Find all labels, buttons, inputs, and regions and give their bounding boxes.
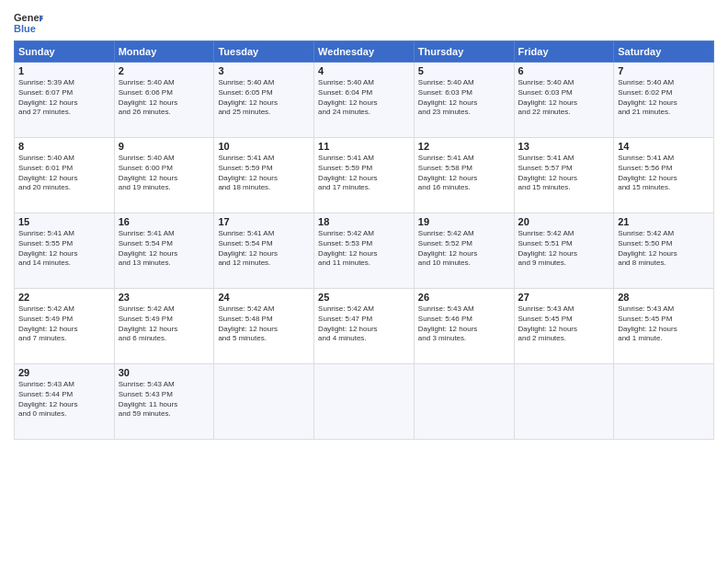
- day-number: 7: [618, 65, 710, 76]
- calendar-cell: 1Sunrise: 5:39 AM Sunset: 6:07 PM Daylig…: [15, 63, 115, 138]
- calendar-cell: 19Sunrise: 5:42 AM Sunset: 5:52 PM Dayli…: [414, 213, 514, 289]
- day-number: 14: [618, 141, 710, 152]
- day-number: 2: [119, 65, 210, 76]
- day-number: 29: [18, 367, 110, 378]
- day-number: 16: [119, 216, 210, 227]
- day-number: 9: [119, 141, 210, 152]
- day-number: 18: [318, 216, 410, 227]
- day-number: 30: [119, 367, 210, 378]
- day-info: Sunrise: 5:40 AM Sunset: 6:02 PM Dayligh…: [618, 78, 710, 118]
- day-number: 3: [218, 65, 310, 76]
- svg-text:General: General: [14, 12, 43, 23]
- header: General Blue: [14, 9, 714, 35]
- day-number: 10: [218, 141, 310, 152]
- day-number: 26: [418, 292, 510, 303]
- day-number: 21: [618, 216, 710, 227]
- calendar-cell: 7Sunrise: 5:40 AM Sunset: 6:02 PM Daylig…: [614, 63, 714, 138]
- day-info: Sunrise: 5:40 AM Sunset: 6:03 PM Dayligh…: [418, 78, 510, 118]
- calendar-cell: 13Sunrise: 5:41 AM Sunset: 5:57 PM Dayli…: [514, 138, 614, 213]
- calendar-cell: 21Sunrise: 5:42 AM Sunset: 5:50 PM Dayli…: [614, 213, 714, 289]
- day-number: 4: [318, 65, 410, 76]
- day-number: 15: [18, 216, 110, 227]
- day-info: Sunrise: 5:41 AM Sunset: 5:58 PM Dayligh…: [418, 154, 510, 193]
- day-info: Sunrise: 5:41 AM Sunset: 5:59 PM Dayligh…: [318, 154, 410, 193]
- calendar-cell: 17Sunrise: 5:41 AM Sunset: 5:54 PM Dayli…: [214, 213, 314, 289]
- calendar-page: General Blue SundayMondayTuesdayWednesda…: [0, 0, 728, 563]
- day-info: Sunrise: 5:43 AM Sunset: 5:45 PM Dayligh…: [518, 304, 610, 344]
- day-info: Sunrise: 5:41 AM Sunset: 5:54 PM Dayligh…: [119, 229, 210, 269]
- day-number: 20: [518, 216, 610, 227]
- day-info: Sunrise: 5:41 AM Sunset: 5:59 PM Dayligh…: [218, 154, 310, 193]
- day-info: Sunrise: 5:39 AM Sunset: 6:07 PM Dayligh…: [18, 78, 110, 118]
- day-info: Sunrise: 5:42 AM Sunset: 5:49 PM Dayligh…: [18, 304, 110, 344]
- day-number: 8: [18, 141, 110, 152]
- calendar-cell: 3Sunrise: 5:40 AM Sunset: 6:05 PM Daylig…: [214, 63, 314, 138]
- calendar-week-5: 29Sunrise: 5:43 AM Sunset: 5:44 PM Dayli…: [15, 364, 714, 440]
- calendar-table: SundayMondayTuesdayWednesdayThursdayFrid…: [14, 40, 714, 440]
- svg-text:Blue: Blue: [14, 23, 36, 34]
- day-info: Sunrise: 5:40 AM Sunset: 6:01 PM Dayligh…: [18, 154, 110, 193]
- calendar-cell: 12Sunrise: 5:41 AM Sunset: 5:58 PM Dayli…: [414, 138, 514, 213]
- day-info: Sunrise: 5:43 AM Sunset: 5:45 PM Dayligh…: [618, 304, 710, 344]
- calendar-week-1: 1Sunrise: 5:39 AM Sunset: 6:07 PM Daylig…: [15, 63, 714, 138]
- calendar-cell: [414, 364, 514, 440]
- calendar-cell: 27Sunrise: 5:43 AM Sunset: 5:45 PM Dayli…: [514, 289, 614, 364]
- calendar-cell: 23Sunrise: 5:42 AM Sunset: 5:49 PM Dayli…: [114, 289, 214, 364]
- day-number: 25: [318, 292, 410, 303]
- day-number: 12: [418, 141, 510, 152]
- calendar-cell: 18Sunrise: 5:42 AM Sunset: 5:53 PM Dayli…: [314, 213, 415, 289]
- col-header-friday: Friday: [514, 41, 614, 63]
- col-header-sunday: Sunday: [15, 41, 115, 63]
- day-info: Sunrise: 5:40 AM Sunset: 6:04 PM Dayligh…: [318, 78, 410, 118]
- calendar-cell: 10Sunrise: 5:41 AM Sunset: 5:59 PM Dayli…: [214, 138, 314, 213]
- day-info: Sunrise: 5:43 AM Sunset: 5:44 PM Dayligh…: [18, 380, 110, 419]
- calendar-cell: 16Sunrise: 5:41 AM Sunset: 5:54 PM Dayli…: [114, 213, 214, 289]
- day-info: Sunrise: 5:42 AM Sunset: 5:48 PM Dayligh…: [218, 304, 310, 344]
- day-info: Sunrise: 5:43 AM Sunset: 5:43 PM Dayligh…: [119, 380, 210, 419]
- calendar-cell: 29Sunrise: 5:43 AM Sunset: 5:44 PM Dayli…: [15, 364, 115, 440]
- calendar-cell: 5Sunrise: 5:40 AM Sunset: 6:03 PM Daylig…: [414, 63, 514, 138]
- day-number: 23: [119, 292, 210, 303]
- calendar-cell: 28Sunrise: 5:43 AM Sunset: 5:45 PM Dayli…: [614, 289, 714, 364]
- day-number: 6: [518, 65, 610, 76]
- day-number: 11: [318, 141, 410, 152]
- col-header-thursday: Thursday: [414, 41, 514, 63]
- day-number: 28: [618, 292, 710, 303]
- day-info: Sunrise: 5:42 AM Sunset: 5:51 PM Dayligh…: [518, 229, 610, 269]
- calendar-cell: 2Sunrise: 5:40 AM Sunset: 6:06 PM Daylig…: [114, 63, 214, 138]
- day-info: Sunrise: 5:42 AM Sunset: 5:52 PM Dayligh…: [418, 229, 510, 269]
- day-number: 1: [18, 65, 110, 76]
- day-info: Sunrise: 5:43 AM Sunset: 5:46 PM Dayligh…: [418, 304, 510, 344]
- day-info: Sunrise: 5:42 AM Sunset: 5:47 PM Dayligh…: [318, 304, 410, 344]
- calendar-header-row: SundayMondayTuesdayWednesdayThursdayFrid…: [15, 41, 714, 63]
- calendar-cell: 24Sunrise: 5:42 AM Sunset: 5:48 PM Dayli…: [214, 289, 314, 364]
- calendar-cell: 25Sunrise: 5:42 AM Sunset: 5:47 PM Dayli…: [314, 289, 415, 364]
- calendar-cell: 22Sunrise: 5:42 AM Sunset: 5:49 PM Dayli…: [15, 289, 115, 364]
- col-header-monday: Monday: [114, 41, 214, 63]
- col-header-saturday: Saturday: [614, 41, 714, 63]
- day-info: Sunrise: 5:42 AM Sunset: 5:53 PM Dayligh…: [318, 229, 410, 269]
- calendar-cell: 20Sunrise: 5:42 AM Sunset: 5:51 PM Dayli…: [514, 213, 614, 289]
- calendar-cell: [314, 364, 415, 440]
- day-info: Sunrise: 5:42 AM Sunset: 5:50 PM Dayligh…: [618, 229, 710, 269]
- calendar-week-3: 15Sunrise: 5:41 AM Sunset: 5:55 PM Dayli…: [15, 213, 714, 289]
- day-info: Sunrise: 5:41 AM Sunset: 5:54 PM Dayligh…: [218, 229, 310, 269]
- calendar-cell: 15Sunrise: 5:41 AM Sunset: 5:55 PM Dayli…: [15, 213, 115, 289]
- col-header-wednesday: Wednesday: [314, 41, 415, 63]
- calendar-cell: 30Sunrise: 5:43 AM Sunset: 5:43 PM Dayli…: [114, 364, 214, 440]
- day-number: 24: [218, 292, 310, 303]
- calendar-cell: 14Sunrise: 5:41 AM Sunset: 5:56 PM Dayli…: [614, 138, 714, 213]
- calendar-cell: 6Sunrise: 5:40 AM Sunset: 6:03 PM Daylig…: [514, 63, 614, 138]
- day-info: Sunrise: 5:42 AM Sunset: 5:49 PM Dayligh…: [119, 304, 210, 344]
- day-info: Sunrise: 5:40 AM Sunset: 6:00 PM Dayligh…: [119, 154, 210, 193]
- day-number: 17: [218, 216, 310, 227]
- calendar-cell: 8Sunrise: 5:40 AM Sunset: 6:01 PM Daylig…: [15, 138, 115, 213]
- calendar-cell: [514, 364, 614, 440]
- logo-icon: General Blue: [14, 9, 43, 35]
- calendar-cell: 11Sunrise: 5:41 AM Sunset: 5:59 PM Dayli…: [314, 138, 415, 213]
- calendar-cell: [614, 364, 714, 440]
- calendar-cell: [214, 364, 314, 440]
- logo: General Blue: [14, 9, 43, 35]
- day-number: 5: [418, 65, 510, 76]
- day-info: Sunrise: 5:41 AM Sunset: 5:57 PM Dayligh…: [518, 154, 610, 193]
